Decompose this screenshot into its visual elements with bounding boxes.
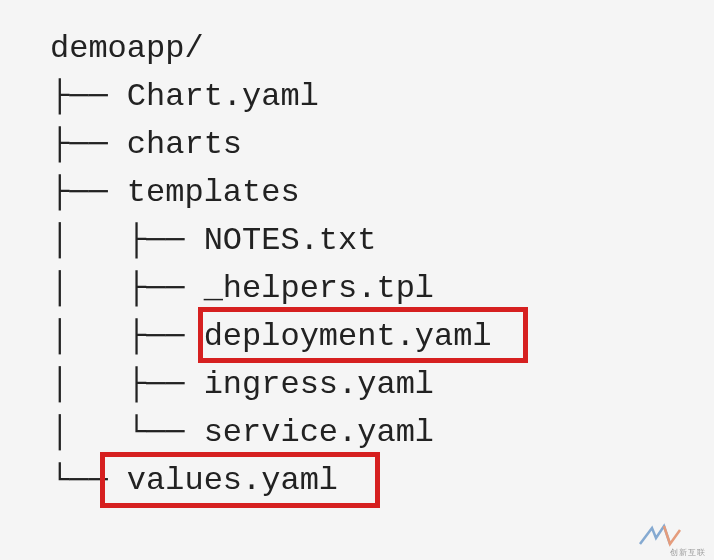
tree-line: └── values.yaml: [50, 457, 714, 505]
tree-line: │ ├── _helpers.tpl: [50, 265, 714, 313]
tree-line: │ └── service.yaml: [50, 409, 714, 457]
tree-line: │ ├── deployment.yaml: [50, 313, 714, 361]
watermark-text: 创新互联: [670, 547, 706, 558]
tree-line: ├── templates: [50, 169, 714, 217]
tree-line: ├── Chart.yaml: [50, 73, 714, 121]
tree-line: ├── charts: [50, 121, 714, 169]
file-tree: demoapp/ ├── Chart.yaml ├── charts ├── t…: [50, 25, 714, 505]
tree-root: demoapp/: [50, 25, 714, 73]
tree-line: │ ├── NOTES.txt: [50, 217, 714, 265]
tree-line: │ ├── ingress.yaml: [50, 361, 714, 409]
